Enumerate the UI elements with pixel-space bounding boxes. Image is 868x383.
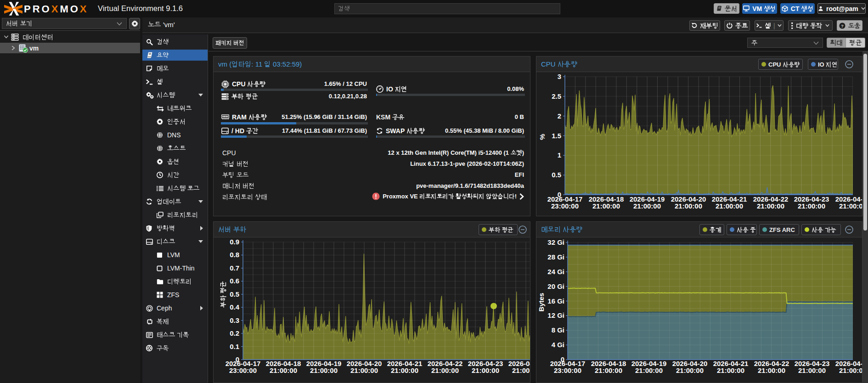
svg-text:21:00:00: 21:00:00	[270, 366, 297, 374]
svg-text:0.8: 0.8	[230, 251, 239, 259]
svg-text:16 Gi: 16 Gi	[547, 297, 564, 305]
svg-text:21:00:00: 21:00:00	[839, 202, 862, 210]
svg-text:?: ?	[841, 23, 844, 28]
svg-text:21:00:00: 21:00:00	[431, 366, 459, 374]
svg-text:21:00:00: 21:00:00	[595, 366, 622, 374]
svg-text:21:00:00: 21:00:00	[472, 366, 499, 374]
svg-text:21:00:00: 21:00:00	[633, 202, 661, 210]
svg-text:0.5: 0.5	[552, 171, 561, 179]
svg-text:21:00:00: 21:00:00	[310, 366, 338, 374]
svg-text:21:00:00: 21:00:00	[839, 366, 862, 374]
svg-text:24 Gi: 24 Gi	[547, 268, 564, 276]
svg-text:0.9: 0.9	[230, 238, 239, 246]
svg-text:12 Gi: 12 Gi	[547, 311, 564, 319]
svg-text:23:00:00: 23:00:00	[229, 366, 257, 374]
svg-text:32 Gi: 32 Gi	[547, 238, 564, 246]
svg-text:0.3: 0.3	[230, 316, 239, 324]
svg-text:0.5: 0.5	[230, 290, 239, 298]
svg-text:0.2: 0.2	[230, 329, 239, 337]
svg-text:21:00:00: 21:00:00	[512, 366, 530, 374]
svg-text:3: 3	[558, 73, 561, 80]
svg-text:28 Gi: 28 Gi	[547, 253, 564, 261]
svg-text:0.1: 0.1	[230, 343, 239, 350]
svg-text:23:00:00: 23:00:00	[551, 202, 579, 210]
svg-text:%: %	[538, 134, 546, 140]
svg-text:8 Gi: 8 Gi	[552, 326, 564, 334]
svg-text:1.5: 1.5	[552, 132, 561, 140]
svg-text:20 Gi: 20 Gi	[547, 282, 564, 290]
svg-text:4 Gi: 4 Gi	[552, 341, 564, 349]
svg-text:2.5: 2.5	[552, 92, 561, 100]
svg-text:21:00:00: 21:00:00	[676, 366, 704, 374]
svg-text:0.7: 0.7	[230, 264, 239, 272]
svg-text:21:00:00: 21:00:00	[798, 202, 825, 210]
svg-text:0.6: 0.6	[230, 277, 239, 285]
svg-text:0.4: 0.4	[230, 303, 240, 311]
svg-text:21:00:00: 21:00:00	[758, 366, 785, 374]
svg-text:21:00:00: 21:00:00	[717, 366, 744, 374]
svg-text:1: 1	[558, 151, 561, 159]
svg-text:Bytes: Bytes	[537, 293, 545, 312]
svg-text:21:00:00: 21:00:00	[635, 366, 663, 374]
svg-text:2: 2	[558, 112, 561, 120]
svg-text:21:00:00: 21:00:00	[757, 202, 784, 210]
svg-text:21:00:00: 21:00:00	[716, 202, 743, 210]
svg-text:21:00:00: 21:00:00	[350, 366, 378, 374]
svg-text:21:00:00: 21:00:00	[675, 202, 702, 210]
svg-text:21:00:00: 21:00:00	[592, 202, 620, 210]
svg-text:21:00:00: 21:00:00	[391, 366, 418, 374]
svg-text:21:00:00: 21:00:00	[798, 366, 826, 374]
svg-text:23:00:00: 23:00:00	[554, 366, 581, 374]
